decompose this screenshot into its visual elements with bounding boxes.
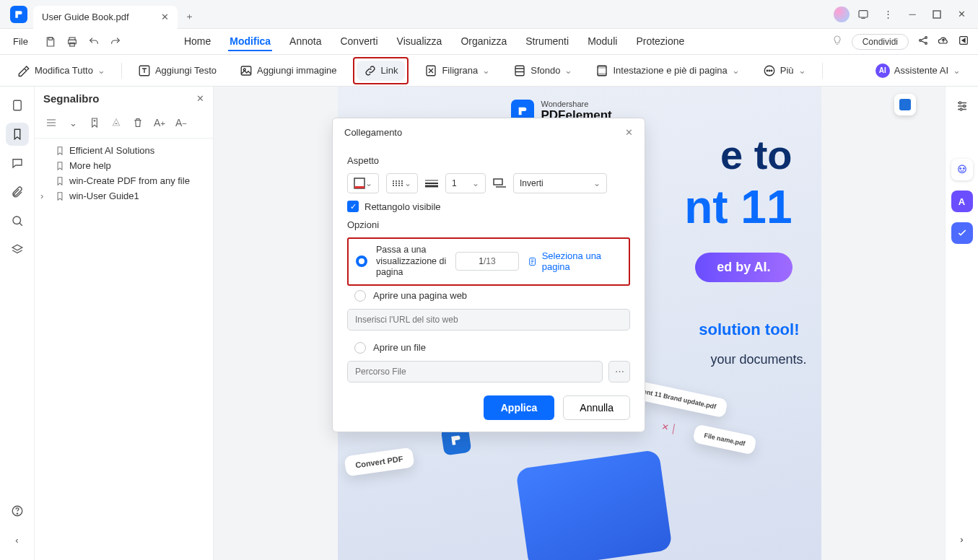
browse-file-button[interactable]: ⋯: [608, 361, 630, 382]
save-icon[interactable]: [41, 32, 60, 51]
window-maximize-icon[interactable]: [926, 4, 948, 25]
open-url-radio[interactable]: [354, 290, 366, 302]
page-select-icon: [528, 256, 537, 267]
tab-close-icon[interactable]: ✕: [154, 12, 169, 22]
share-button[interactable]: Condividi: [852, 34, 909, 50]
add-text-button[interactable]: Aggiungi Testo: [131, 61, 224, 81]
chevron-down-icon: ⌄: [593, 178, 601, 188]
tab-convert[interactable]: Converti: [339, 32, 379, 51]
aspect-label: Aspetto: [347, 155, 630, 166]
open-file-label: Aprire un file: [373, 342, 426, 353]
attachments-icon[interactable]: [6, 180, 29, 204]
print-icon[interactable]: [63, 32, 82, 51]
border-color-dropdown[interactable]: ⌄: [347, 173, 379, 193]
cancel-button[interactable]: Annulla: [563, 395, 630, 420]
svg-point-25: [17, 513, 17, 514]
tab-protect[interactable]: Protezione: [634, 32, 686, 51]
watermark-button[interactable]: Filigrana ⌄: [417, 61, 497, 81]
ai-badge-icon: AI: [876, 64, 890, 78]
url-input[interactable]: [347, 309, 630, 331]
help-icon[interactable]: [6, 499, 29, 522]
add-image-button[interactable]: Aggiungi immagine: [232, 61, 344, 81]
comments-icon[interactable]: [6, 152, 29, 175]
page-number-input[interactable]: 1 /13: [455, 252, 520, 271]
redo-icon[interactable]: [106, 32, 125, 51]
highlight-mode-dropdown[interactable]: Inverti ⌄: [513, 173, 607, 193]
tab-home[interactable]: Home: [183, 32, 212, 51]
chevron-down-icon[interactable]: ⌄: [64, 113, 82, 132]
select-page-button[interactable]: Seleziona una pagina: [528, 250, 621, 272]
new-tab-button[interactable]: ＋: [178, 10, 201, 23]
apply-button[interactable]: Applica: [484, 395, 555, 420]
background-button[interactable]: Sfondo ⌄: [506, 61, 580, 81]
svg-rect-0: [859, 10, 868, 17]
zoom-out-icon[interactable]: A−: [172, 113, 191, 132]
tab-tools[interactable]: Strumenti: [524, 32, 570, 51]
svg-point-21: [771, 70, 772, 71]
more-button[interactable]: Più ⌄: [756, 61, 813, 81]
bookmark-item[interactable]: Efficient AI Solutions: [38, 143, 210, 158]
goto-page-radio[interactable]: [356, 255, 367, 267]
convert-word-button[interactable]: [894, 94, 916, 115]
link-button[interactable]: Link: [357, 61, 406, 81]
chevron-left-icon[interactable]: ‹: [6, 528, 29, 551]
panel-close-icon[interactable]: ✕: [196, 93, 204, 104]
send-icon[interactable]: [958, 35, 969, 48]
user-avatar[interactable]: [834, 6, 850, 22]
more-icon: [763, 64, 776, 77]
header-footer-button[interactable]: Intestazione e piè di pagina ⌄: [588, 61, 746, 81]
tab-organize[interactable]: Organizza: [459, 32, 508, 51]
translate-icon[interactable]: A: [951, 191, 973, 212]
lightbulb-icon[interactable]: [831, 35, 843, 48]
share-graph-icon[interactable]: [917, 35, 929, 48]
thickness-dropdown[interactable]: 1 ⌄: [445, 173, 486, 193]
outdent-icon[interactable]: [42, 113, 61, 132]
search-icon[interactable]: [6, 209, 29, 232]
dialog-close-icon[interactable]: ✕: [625, 127, 633, 138]
open-file-radio[interactable]: [354, 342, 366, 354]
delete-mark-icon: ✕ │: [661, 421, 678, 434]
checkmark-icon[interactable]: [951, 222, 973, 244]
chevron-right-icon[interactable]: ›: [40, 191, 43, 201]
chevron-down-icon: ⌄: [564, 65, 572, 76]
document-tab[interactable]: User Guide Book.pdf ✕: [33, 6, 178, 29]
tune-icon[interactable]: [951, 95, 973, 117]
chevron-down-icon: ⌄: [953, 65, 961, 76]
chevron-right-icon[interactable]: ›: [951, 528, 973, 550]
file-path-input[interactable]: [347, 361, 603, 382]
bookmark-item[interactable]: win-Create PDF from any file: [38, 173, 210, 188]
tab-forms[interactable]: Moduli: [586, 32, 619, 51]
edit-all-button[interactable]: Modifica Tutto ⌄: [10, 61, 113, 81]
bookmark-item[interactable]: More help: [38, 158, 210, 173]
file-menu[interactable]: File: [6, 33, 35, 50]
svg-point-28: [960, 108, 962, 110]
visible-rect-checkbox[interactable]: ✓: [347, 201, 359, 212]
ai-assistant-button[interactable]: AI Assistente AI ⌄: [868, 60, 968, 82]
tab-edit[interactable]: Modifica: [228, 32, 272, 51]
bookmark-item-expandable[interactable]: ›win-User Guide1: [38, 188, 210, 204]
nav-tabs: Home Modifica Annota Converti Visualizza…: [183, 32, 686, 51]
window-minimize-icon[interactable]: ─: [901, 4, 923, 25]
delete-icon[interactable]: [128, 113, 147, 132]
dialog-title: Collegamento: [344, 127, 402, 138]
cloud-upload-icon[interactable]: [938, 35, 949, 48]
kebab-menu-icon[interactable]: ⋮: [877, 4, 899, 25]
undo-icon[interactable]: [84, 32, 103, 51]
layers-icon[interactable]: [6, 238, 29, 261]
svg-rect-1: [933, 11, 940, 18]
options-label: Opzioni: [347, 219, 630, 230]
add-bookmark-icon[interactable]: [85, 113, 104, 132]
tab-annotate[interactable]: Annota: [288, 32, 323, 51]
rename-icon[interactable]: [107, 113, 126, 132]
robot-icon[interactable]: [951, 159, 973, 180]
link-icon: [364, 64, 377, 77]
image-icon: [240, 64, 253, 77]
feedback-icon[interactable]: [852, 4, 874, 25]
thumbnails-icon[interactable]: [6, 94, 29, 117]
tab-view[interactable]: Visualizza: [396, 32, 444, 51]
window-close-icon[interactable]: ✕: [951, 4, 972, 25]
border-style-dropdown[interactable]: ⌄: [386, 173, 418, 193]
bookmarks-icon[interactable]: [6, 123, 29, 146]
zoom-in-icon[interactable]: A+: [150, 113, 169, 132]
bookmark-icon: [55, 176, 65, 186]
